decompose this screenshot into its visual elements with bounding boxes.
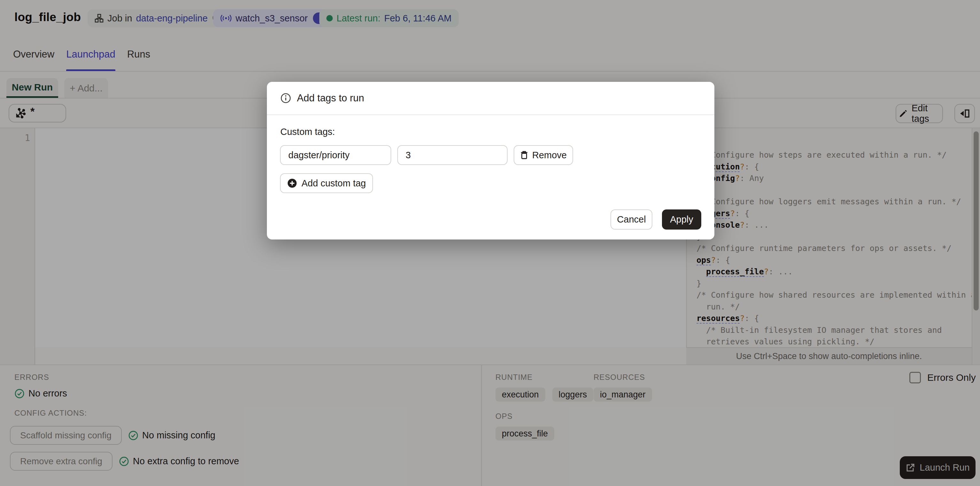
custom-tags-label: Custom tags: — [280, 127, 335, 137]
add-custom-tag-label: Add custom tag — [301, 178, 366, 189]
trash-icon — [520, 150, 528, 160]
dialog-header: Add tags to run — [267, 82, 714, 115]
tag-value-input[interactable] — [397, 145, 508, 165]
cancel-button[interactable]: Cancel — [611, 209, 652, 229]
launchpad-page: log_file_job Job in data-eng-pipeline wa… — [0, 0, 980, 486]
custom-tag-rows: Remove — [280, 145, 573, 165]
apply-button[interactable]: Apply — [662, 209, 701, 229]
dialog-title: Add tags to run — [297, 92, 364, 104]
tag-key-input[interactable] — [280, 145, 391, 165]
info-icon — [280, 93, 291, 104]
custom-tag-row: Remove — [280, 145, 573, 165]
add-tags-dialog: Add tags to run Custom tags: Remove Add … — [267, 82, 714, 239]
add-custom-tag-button[interactable]: Add custom tag — [280, 173, 373, 193]
modal-overlay[interactable] — [0, 0, 980, 486]
dialog-footer: Cancel Apply — [611, 209, 701, 229]
plus-circle-icon — [287, 178, 297, 188]
remove-label: Remove — [532, 150, 567, 161]
remove-tag-button[interactable]: Remove — [514, 145, 573, 165]
